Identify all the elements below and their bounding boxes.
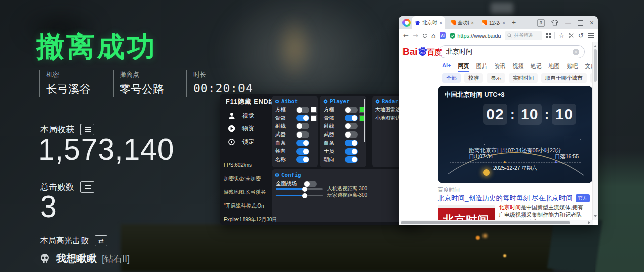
toggle-row: 射线: [320, 122, 366, 130]
nav-images[interactable]: 图片: [476, 62, 487, 72]
toggle[interactable]: [345, 115, 358, 121]
toggle[interactable]: [345, 131, 358, 138]
kills-detail-button[interactable]: [80, 181, 94, 193]
chip-city[interactable]: 取自于哪个城市: [541, 73, 587, 83]
favorites-star-icon[interactable]: ☆: [559, 32, 565, 39]
scroll-up-arrow[interactable]: [594, 44, 597, 47]
tab-close-icon[interactable]: ×: [471, 20, 474, 26]
tab-1224d[interactable]: 12-24D ×: [479, 16, 508, 29]
toggle[interactable]: [296, 107, 309, 113]
background-ember-2: [503, 254, 506, 257]
search-placeholder: 挂爷特递: [514, 32, 533, 39]
clear-query-icon[interactable]: ×: [573, 49, 579, 55]
chip-display[interactable]: 显示: [487, 73, 505, 83]
horizontal-scrollbar[interactable]: [399, 220, 593, 225]
tab-quangongneng[interactable]: 全功能 ×: [448, 16, 477, 29]
nav-ai[interactable]: Ai+: [442, 62, 451, 72]
sidebar-item-label: 锁定: [242, 138, 254, 146]
menu-icon[interactable]: [588, 33, 594, 38]
toggle[interactable]: [296, 131, 309, 138]
status-fps: FPS:602\ms: [224, 162, 252, 168]
minimize-button[interactable]: —: [565, 19, 571, 26]
nav-maps[interactable]: 地图: [548, 62, 559, 72]
beijing-time-card: 中国北京时间 UTC+8 02 : 10 : 10 距离北京市日出07:34还有…: [438, 86, 593, 183]
player-distance-slider[interactable]: [276, 195, 323, 196]
background-topright-shape: [491, 3, 513, 14]
nav-news[interactable]: 资讯: [494, 62, 505, 72]
sidebar-item-lock[interactable]: 锁定: [228, 138, 235, 146]
undo-restore-icon[interactable]: ↺: [578, 32, 584, 39]
nav-notes[interactable]: 笔记: [530, 62, 541, 72]
row-label: 射线: [324, 123, 345, 130]
ai-assistant-icon[interactable]: AI: [440, 32, 446, 39]
color-swatch[interactable]: [311, 107, 316, 112]
scroll-right-arrow[interactable]: [588, 221, 592, 224]
status-battle-mode: "开启战斗模式:On: [224, 203, 264, 209]
battle-mode-toggle[interactable]: [304, 181, 317, 187]
tab-separator: [447, 20, 447, 26]
forward-button[interactable]: →: [413, 32, 418, 39]
toggle-row: 名称: [272, 155, 318, 163]
toggle[interactable]: [296, 123, 309, 129]
tab-beijing-time[interactable]: 北京时间 ×: [412, 16, 445, 29]
toggle[interactable]: [345, 148, 358, 155]
list-icon: [85, 185, 91, 189]
horizontal-scroll-thumb[interactable]: [401, 221, 570, 224]
row-label: 名称: [275, 156, 296, 163]
bot-distance-slider[interactable]: [276, 188, 323, 190]
color-swatch[interactable]: [311, 116, 316, 121]
search-input[interactable]: 挂爷特递: [505, 31, 542, 40]
match-stats-row: 机密 长弓溪谷 撤离点 零号公路 时长 00:20:04: [39, 70, 275, 97]
address-bar[interactable]: https://www.baidu: [450, 33, 501, 39]
radar-title: Radar: [382, 98, 398, 105]
aibot-title: Aibot: [281, 98, 298, 105]
toggle[interactable]: [345, 156, 358, 163]
toggle[interactable]: [345, 123, 358, 129]
toggle[interactable]: [296, 115, 309, 121]
reload-icon[interactable]: [422, 33, 427, 39]
toggle[interactable]: [345, 140, 358, 146]
sidebar-item-vision[interactable]: 视觉: [228, 112, 236, 120]
result-link[interactable]: 北京时间_创造历史的每时每刻 尽在北京时间: [438, 194, 573, 203]
toggle[interactable]: [296, 156, 309, 163]
toggle[interactable]: [296, 148, 309, 155]
scroll-down-arrow[interactable]: [594, 215, 597, 219]
tab-close-icon[interactable]: ×: [502, 20, 505, 26]
toggle[interactable]: [345, 107, 358, 113]
browser-logo[interactable]: [403, 19, 411, 27]
close-button[interactable]: ×: [590, 19, 594, 27]
tab-close-icon[interactable]: ×: [439, 20, 442, 26]
nav-video[interactable]: 视频: [512, 62, 523, 72]
tab-count-badge[interactable]: 3: [537, 19, 545, 27]
loot-value: 1,573,140: [38, 131, 175, 167]
sunrise-dot: [504, 161, 506, 163]
home-button[interactable]: ⌂: [431, 32, 436, 40]
chip-calibrate[interactable]: 校准: [464, 73, 483, 83]
row-label: 血条: [275, 140, 296, 147]
search-result-title-row: 北京时间_创造历史的每时每刻 尽在北京时间 官方: [438, 194, 590, 203]
chip-all[interactable]: 全部: [442, 73, 461, 83]
highlight-switch-button[interactable]: ⇄: [95, 235, 107, 246]
baidu-search-box[interactable]: 北京时间 ×: [439, 45, 585, 58]
vertical-scrollbar[interactable]: [592, 42, 598, 220]
new-tab-button[interactable]: +: [512, 18, 516, 26]
tab-separator: [478, 20, 478, 26]
scissors-screenshot-icon[interactable]: [569, 33, 574, 38]
row-label: 骨骼: [275, 115, 296, 122]
toggle[interactable]: [296, 140, 309, 146]
maximize-button[interactable]: [578, 20, 583, 26]
tab-title: 12-24D: [489, 20, 500, 26]
nav-web-active[interactable]: 网页: [458, 62, 469, 72]
back-button[interactable]: ←: [403, 32, 409, 39]
stat-exit: 撤离点 零号公路: [113, 70, 164, 97]
column-scrollbar[interactable]: [364, 99, 365, 142]
sidebar-item-loot[interactable]: 物资: [228, 125, 235, 132]
chip-realtime[interactable]: 实时时间: [509, 73, 538, 83]
nav-tieba[interactable]: 贴吧: [567, 62, 578, 72]
row-label: 干员: [324, 148, 345, 155]
cheat-menu-panel: F11隐藏 END结束 视觉 物资 锁定 Aibot 方框 骨骼 射线 武器 血…: [220, 94, 420, 225]
toolbar-separator: [554, 32, 555, 39]
vertical-scroll-thumb[interactable]: [594, 49, 597, 82]
skin-theme-icon[interactable]: [551, 20, 558, 26]
apps-grid-icon[interactable]: [546, 33, 550, 38]
